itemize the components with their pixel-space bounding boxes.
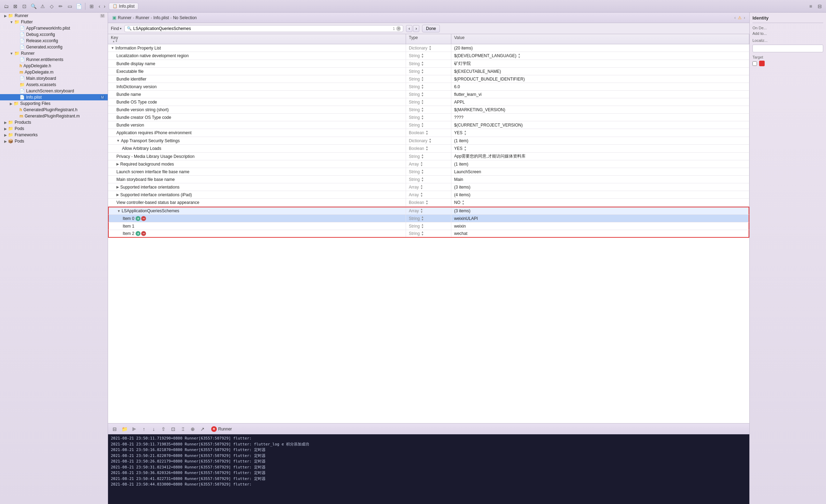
grid-icon[interactable]: ⊞ [88, 3, 95, 10]
nav-forward-button[interactable]: › [102, 3, 107, 10]
active-tab[interactable]: 📋 Info.plist [109, 3, 138, 10]
sidebar-item-20[interactable]: ▶📦Pods [0, 138, 108, 144]
breadcrumb-warning[interactable]: ⚠ [738, 15, 742, 20]
find-prev-button[interactable]: ‹ [406, 25, 412, 32]
plist-row-5[interactable]: InfoDictionary versionString▲▼6.0 [108, 83, 749, 91]
plist-row-21[interactable]: ▼ LSApplicationQueriesSchemesArray▲▼(3 i… [108, 207, 749, 215]
plist-row-10[interactable]: Bundle versionString▲▼$(CURRENT_PROJECT_… [108, 121, 749, 129]
disclosure-0[interactable]: ▶ [4, 14, 7, 18]
plist-row-22[interactable]: Item 0+−String▲▼weixinULAPI [108, 215, 749, 222]
plist-row-15[interactable]: ▶ Required background modesArray▲▼(1 ite… [108, 160, 749, 168]
disclosure-6[interactable]: ▼ [10, 52, 13, 55]
list-icon[interactable]: ≡ [807, 3, 814, 10]
find-done-button[interactable]: Done [422, 25, 440, 32]
search-icon[interactable]: 🔍 [30, 3, 37, 10]
plist-row-9[interactable]: Bundle creator OS Type codeString▲▼???? [108, 114, 749, 121]
plist-disclosure-0[interactable]: ▼ [111, 46, 114, 50]
stepper-11[interactable]: ▲▼ [464, 130, 467, 136]
duplicate-icon[interactable]: ⊡ [169, 425, 177, 433]
find-next-button[interactable]: › [413, 25, 419, 32]
disclosure-1[interactable]: ▼ [10, 20, 13, 24]
disclosure-19[interactable]: ▶ [4, 133, 7, 137]
sidebar-item-17[interactable]: ▶📁Products [0, 119, 108, 125]
merge-icon[interactable]: ⊕ [189, 425, 197, 433]
plist-row-4[interactable]: Bundle identifierString▲▼$(PRODUCT_BUNDL… [108, 75, 749, 83]
breadcrumb-prev[interactable]: ‹ [734, 15, 736, 20]
doc-icon[interactable]: 📄 [75, 3, 82, 10]
breadcrumb-next[interactable]: › [744, 15, 745, 20]
plist-row-20[interactable]: View controller-based status bar appeara… [108, 199, 749, 207]
sidebar-item-12[interactable]: 📄LaunchScreen.storyboard [0, 88, 108, 94]
sidebar-item-3[interactable]: 📄Debug.xcconfig [0, 31, 108, 38]
target-checkbox[interactable] [752, 61, 757, 66]
share-icon[interactable]: ↗ [199, 425, 206, 433]
remove-button-24[interactable]: − [141, 231, 146, 236]
folder-bottom-icon[interactable]: 📁 [121, 425, 128, 433]
add-button-22[interactable]: + [136, 216, 140, 221]
plist-disclosure-21[interactable]: ▼ [117, 209, 121, 213]
plist-row-12[interactable]: ▼ App Transport Security SettingsDiction… [108, 137, 749, 145]
stop-icon[interactable]: ⊠ [12, 3, 19, 10]
sidebar-item-10[interactable]: 📄Main.storyboard [0, 75, 108, 82]
plist-disclosure-19[interactable]: ▶ [116, 193, 119, 197]
plist-row-8[interactable]: Bundle version string (short)String▲▼$(M… [108, 106, 749, 114]
branch-icon[interactable]: ⑄ [179, 425, 187, 433]
disclosure-18[interactable]: ▶ [4, 127, 7, 131]
sidebar-item-9[interactable]: mAppDelegate.m [0, 69, 108, 75]
disclosure-17[interactable]: ▶ [4, 121, 7, 124]
folder-icon[interactable]: 🗂 [3, 3, 10, 10]
disclosure-14[interactable]: ▶ [10, 102, 13, 106]
stepper-20[interactable]: ▲▼ [462, 199, 465, 206]
breadcrumb-infoplist[interactable]: Info.plist [153, 15, 169, 20]
diff-icon[interactable]: ◇ [48, 3, 55, 10]
rect-icon[interactable]: ▭ [66, 3, 73, 10]
sidebar-item-15[interactable]: hGeneratedPluginRegistrant.h [0, 107, 108, 113]
view-toggle-icon[interactable]: ⊟ [111, 425, 118, 433]
sidebar-item-0[interactable]: ▶📁RunnerM [0, 13, 108, 19]
sidebar-item-1[interactable]: ▼📁Flutter [0, 19, 108, 25]
plist-row-2[interactable]: Bundle display nameString▲▼矿灯学院 [108, 60, 749, 68]
download-icon[interactable]: ↓ [150, 425, 158, 433]
plist-row-16[interactable]: Launch screen interface file base nameSt… [108, 168, 749, 176]
sidebar-item-13[interactable]: 📄Info.plistM [0, 94, 108, 100]
find-input[interactable] [133, 26, 393, 31]
shape-icon[interactable]: ✏ [57, 3, 64, 10]
nav-back-button[interactable]: ‹ [97, 3, 102, 10]
sidebar-item-7[interactable]: 📄Runner.entitlements [0, 56, 108, 63]
sidebar-item-2[interactable]: 📄AppFrameworkInfo.plist [0, 25, 108, 31]
plist-row-1[interactable]: Localization native development regionSt… [108, 52, 749, 60]
localize-field[interactable] [752, 45, 823, 52]
sidebar-item-8[interactable]: hAppDelegate.h [0, 63, 108, 69]
split-icon[interactable]: ⊟ [816, 3, 823, 10]
sidebar-item-11[interactable]: 📁Assets.xcassets [0, 82, 108, 88]
sidebar-item-19[interactable]: ▶📁Frameworks [0, 132, 108, 138]
plist-row-23[interactable]: Item 1String▲▼weixin [108, 222, 749, 230]
sidebar-item-4[interactable]: 📄Release.xcconfig [0, 38, 108, 44]
scheme-icon[interactable]: ⊡ [21, 3, 28, 10]
stepper-13[interactable]: ▲▼ [464, 145, 467, 152]
plist-row-17[interactable]: Main storyboard file base nameString▲▼Ma… [108, 176, 749, 183]
warning-icon[interactable]: ⚠ [39, 3, 46, 10]
add-button-24[interactable]: + [136, 231, 140, 236]
breadcrumb-runner1[interactable]: Runner [118, 15, 131, 20]
plist-row-3[interactable]: Executable fileString▲▼$(EXECUTABLE_NAME… [108, 68, 749, 75]
log-area[interactable]: 2021-08-21 23:50:11.719290+0800 Runner[6… [108, 434, 749, 504]
disclosure-20[interactable]: ▶ [4, 139, 7, 143]
sidebar-item-16[interactable]: mGeneratedPluginRegistrant.m [0, 113, 108, 119]
plist-row-14[interactable]: Privacy - Media Library Usage Descriptio… [108, 153, 749, 160]
remove-button-22[interactable]: − [141, 216, 146, 221]
plist-disclosure-15[interactable]: ▶ [116, 162, 119, 166]
stepper-1[interactable]: ▲▼ [518, 53, 521, 59]
plist-row-24[interactable]: Item 2+−String▲▼wechat [108, 230, 749, 238]
find-clear-button[interactable]: ✕ [396, 26, 401, 31]
plist-row-18[interactable]: ▶ Supported interface orientationsArray▲… [108, 183, 749, 191]
breadcrumb-runner2[interactable]: Runner [136, 15, 149, 20]
sidebar-item-14[interactable]: ▶📁Supporting Files [0, 100, 108, 107]
plist-disclosure-18[interactable]: ▶ [116, 185, 119, 189]
sidebar-item-6[interactable]: ▼📁Runner [0, 50, 108, 56]
upload2-icon[interactable]: ⇧ [160, 425, 167, 433]
plist-row-19[interactable]: ▶ Supported interface orientations (iPad… [108, 191, 749, 199]
pipe-icon[interactable]: ⫸ [130, 425, 138, 433]
upload-icon[interactable]: ↑ [140, 425, 148, 433]
plist-row-7[interactable]: Bundle OS Type codeString▲▼APPL [108, 98, 749, 106]
